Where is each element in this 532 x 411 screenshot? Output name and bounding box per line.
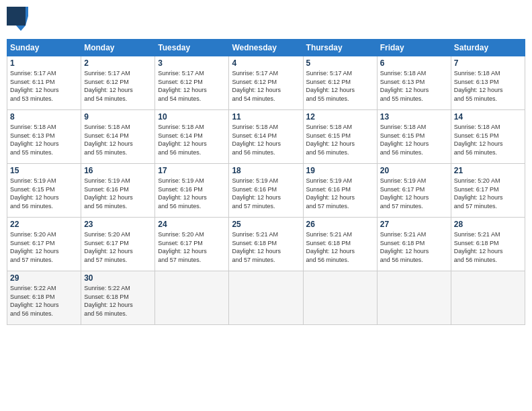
day-of-week-header: Tuesday [155,40,229,56]
calendar-table: SundayMondayTuesdayWednesdayThursdayFrid… [7,39,525,325]
day-info: Sunrise: 5:21 AMSunset: 6:18 PMDaylight:… [454,230,522,264]
calendar-cell: 1Sunrise: 5:17 AMSunset: 6:11 PMDaylight… [7,56,81,110]
calendar-cell: 16Sunrise: 5:19 AMSunset: 6:16 PMDayligh… [81,164,155,218]
day-number: 29 [10,273,78,283]
day-number: 9 [84,112,152,122]
day-number: 15 [10,166,78,175]
day-number: 16 [84,166,152,175]
day-number: 26 [306,220,374,229]
calendar-cell [303,271,377,325]
day-info: Sunrise: 5:17 AMSunset: 6:12 PMDaylight:… [306,69,374,103]
day-info: Sunrise: 5:19 AMSunset: 6:16 PMDaylight:… [232,177,300,210]
day-number: 3 [158,58,226,68]
calendar-cell: 19Sunrise: 5:19 AMSunset: 6:16 PMDayligh… [303,164,377,218]
day-info: Sunrise: 5:18 AMSunset: 6:13 PMDaylight:… [10,123,78,156]
day-info: Sunrise: 5:19 AMSunset: 6:15 PMDaylight:… [10,177,78,210]
calendar-cell: 23Sunrise: 5:20 AMSunset: 6:17 PMDayligh… [81,218,155,271]
day-info: Sunrise: 5:18 AMSunset: 6:15 PMDaylight:… [380,123,448,156]
calendar-cell: 15Sunrise: 5:19 AMSunset: 6:15 PMDayligh… [7,164,81,218]
calendar-cell: 21Sunrise: 5:20 AMSunset: 6:17 PMDayligh… [451,164,525,218]
day-number: 21 [454,166,522,175]
calendar-cell: 17Sunrise: 5:19 AMSunset: 6:16 PMDayligh… [155,164,229,218]
day-info: Sunrise: 5:17 AMSunset: 6:11 PMDaylight:… [10,69,78,103]
day-info: Sunrise: 5:19 AMSunset: 6:16 PMDaylight:… [306,177,374,210]
day-info: Sunrise: 5:22 AMSunset: 6:18 PMDaylight:… [84,284,152,318]
calendar-cell: 7Sunrise: 5:18 AMSunset: 6:13 PMDaylight… [451,56,525,110]
day-number: 20 [380,166,448,175]
day-info: Sunrise: 5:17 AMSunset: 6:12 PMDaylight:… [84,69,152,103]
calendar-cell [155,271,229,325]
calendar-cell: 12Sunrise: 5:18 AMSunset: 6:15 PMDayligh… [303,110,377,164]
day-info: Sunrise: 5:18 AMSunset: 6:13 PMDaylight:… [380,69,448,103]
day-info: Sunrise: 5:18 AMSunset: 6:14 PMDaylight:… [232,123,300,156]
day-number: 27 [380,220,448,229]
page-header [7,7,525,34]
logo-mark [7,7,28,34]
calendar-cell [451,271,525,325]
calendar-cell: 10Sunrise: 5:18 AMSunset: 6:14 PMDayligh… [155,110,229,164]
day-info: Sunrise: 5:19 AMSunset: 6:16 PMDaylight:… [84,177,152,210]
day-number: 10 [158,112,226,122]
calendar-cell: 20Sunrise: 5:19 AMSunset: 6:17 PMDayligh… [377,164,451,218]
day-number: 25 [232,220,300,229]
calendar-cell: 8Sunrise: 5:18 AMSunset: 6:13 PMDaylight… [7,110,81,164]
calendar-cell: 18Sunrise: 5:19 AMSunset: 6:16 PMDayligh… [229,164,303,218]
calendar-cell: 24Sunrise: 5:20 AMSunset: 6:17 PMDayligh… [155,218,229,271]
day-info: Sunrise: 5:18 AMSunset: 6:13 PMDaylight:… [454,69,522,103]
calendar-cell: 3Sunrise: 5:17 AMSunset: 6:12 PMDaylight… [155,56,229,110]
calendar-cell: 4Sunrise: 5:17 AMSunset: 6:12 PMDaylight… [229,56,303,110]
calendar-cell: 30Sunrise: 5:22 AMSunset: 6:18 PMDayligh… [81,271,155,325]
day-info: Sunrise: 5:21 AMSunset: 6:18 PMDaylight:… [232,230,300,264]
day-number: 24 [158,220,226,229]
day-info: Sunrise: 5:18 AMSunset: 6:14 PMDaylight:… [84,123,152,156]
day-info: Sunrise: 5:20 AMSunset: 6:17 PMDaylight:… [84,230,152,264]
day-info: Sunrise: 5:21 AMSunset: 6:18 PMDaylight:… [306,230,374,264]
day-number: 11 [232,112,300,122]
day-number: 4 [232,58,300,68]
calendar-cell: 13Sunrise: 5:18 AMSunset: 6:15 PMDayligh… [377,110,451,164]
day-of-week-header: Sunday [7,40,81,56]
day-number: 23 [84,220,152,229]
day-info: Sunrise: 5:18 AMSunset: 6:15 PMDaylight:… [454,123,522,156]
day-info: Sunrise: 5:17 AMSunset: 6:12 PMDaylight:… [158,69,226,103]
day-info: Sunrise: 5:20 AMSunset: 6:17 PMDaylight:… [454,177,522,210]
calendar-cell [377,271,451,325]
day-info: Sunrise: 5:17 AMSunset: 6:12 PMDaylight:… [232,69,300,103]
svg-marker-1 [26,7,28,26]
day-number: 1 [10,58,78,68]
day-number: 14 [454,112,522,122]
day-of-week-header: Wednesday [229,40,303,56]
calendar-cell: 2Sunrise: 5:17 AMSunset: 6:12 PMDaylight… [81,56,155,110]
calendar-cell: 26Sunrise: 5:21 AMSunset: 6:18 PMDayligh… [303,218,377,271]
day-info: Sunrise: 5:18 AMSunset: 6:15 PMDaylight:… [306,123,374,156]
calendar-cell: 11Sunrise: 5:18 AMSunset: 6:14 PMDayligh… [229,110,303,164]
day-info: Sunrise: 5:22 AMSunset: 6:18 PMDaylight:… [10,284,78,318]
day-of-week-header: Monday [81,40,155,56]
day-number: 8 [10,112,78,122]
calendar-cell: 14Sunrise: 5:18 AMSunset: 6:15 PMDayligh… [451,110,525,164]
day-number: 2 [84,58,152,68]
day-info: Sunrise: 5:19 AMSunset: 6:16 PMDaylight:… [158,177,226,210]
day-of-week-header: Friday [377,40,451,56]
day-number: 19 [306,166,374,175]
logo [7,7,31,34]
calendar-cell: 28Sunrise: 5:21 AMSunset: 6:18 PMDayligh… [451,218,525,271]
day-info: Sunrise: 5:20 AMSunset: 6:17 PMDaylight:… [158,230,226,264]
calendar-cell: 25Sunrise: 5:21 AMSunset: 6:18 PMDayligh… [229,218,303,271]
day-number: 12 [306,112,374,122]
calendar-cell: 9Sunrise: 5:18 AMSunset: 6:14 PMDaylight… [81,110,155,164]
day-number: 5 [306,58,374,68]
calendar-cell: 5Sunrise: 5:17 AMSunset: 6:12 PMDaylight… [303,56,377,110]
calendar-cell: 29Sunrise: 5:22 AMSunset: 6:18 PMDayligh… [7,271,81,325]
day-number: 17 [158,166,226,175]
day-number: 30 [84,273,152,283]
svg-rect-0 [7,7,26,26]
day-number: 13 [380,112,448,122]
calendar-cell: 6Sunrise: 5:18 AMSunset: 6:13 PMDaylight… [377,56,451,110]
day-of-week-header: Thursday [303,40,377,56]
day-number: 22 [10,220,78,229]
day-of-week-header: Saturday [451,40,525,56]
day-info: Sunrise: 5:19 AMSunset: 6:17 PMDaylight:… [380,177,448,210]
calendar-cell [229,271,303,325]
day-number: 18 [232,166,300,175]
